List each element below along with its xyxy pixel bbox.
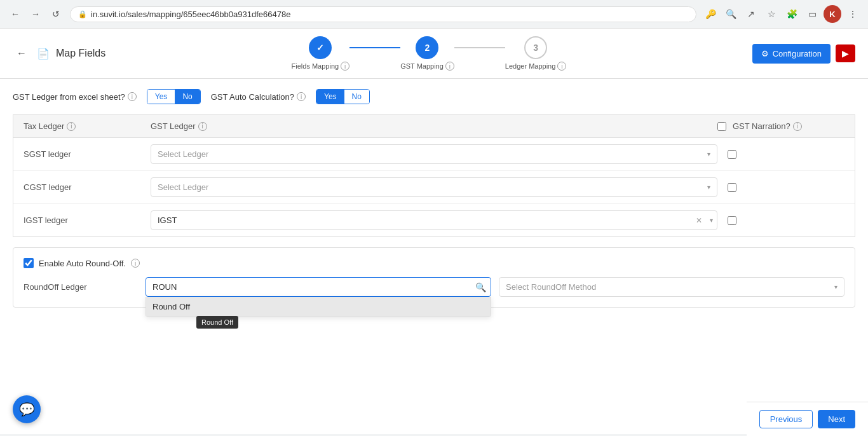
roundoff-ledger-input[interactable] [146,277,491,297]
gst-ledger-no-button[interactable]: No [175,90,200,104]
roundoff-section: Enable Auto Round-Off. i RoundOff Ledger… [13,247,855,308]
lock-icon: 🔒 [78,10,87,18]
profile-button[interactable]: K [824,5,841,23]
roundoff-method-placeholder: Select RoundOff Method [506,282,596,292]
youtube-button[interactable]: ▶ [836,44,855,62]
gst-auto-calc-label: GST Auto Calculation? i [211,92,306,102]
step-2: 2 GST Mapping i [400,36,454,71]
table-row: SGST ledger Select Ledger ▾ [13,138,855,171]
igst-ledger-select[interactable]: IGST ✕ ▾ [151,210,717,230]
table-header: Tax Ledger i GST Ledger i GST Narration?… [13,114,855,137]
col-gst-ledger: GST Ledger i [151,121,717,131]
gst-auto-calc-info-icon[interactable]: i [297,92,306,101]
previous-button[interactable]: Previous [759,410,813,428]
forward-nav-button[interactable]: → [27,5,44,23]
gst-ledger-info-icon[interactable]: i [128,92,137,101]
sgst-narration-checkbox[interactable] [728,150,736,159]
url-text: in.suvit.io/sales/mapping/655eec46bb0a93… [91,10,290,19]
footer: Previous Next [747,402,868,434]
step-2-label: GST Mapping i [400,62,454,71]
sgst-ledger-select[interactable]: Select Ledger ▾ [151,144,717,164]
sgst-placeholder: Select Ledger [158,149,208,159]
step-1-label: Fields Mapping i [292,62,350,71]
next-button[interactable]: Next [818,410,855,428]
configuration-button[interactable]: ⚙ Configuration [752,44,831,64]
roundoff-method-select[interactable]: Select RoundOff Method ▾ [499,277,844,297]
cast-button[interactable]: ▭ [803,5,821,23]
roundoff-header: Enable Auto Round-Off. i [24,258,844,268]
step-3-label: Ledger Mapping i [505,62,567,71]
igst-clear-button[interactable]: ✕ [692,216,706,225]
igst-label: IGST ledger [24,215,151,225]
header-left: ← 📄 Map Fields [13,44,105,62]
browser-nav: ← → ↺ [6,5,65,23]
roundoff-method-wrapper: Select RoundOff Method ▾ [499,277,844,297]
roundoff-method-arrow-icon: ▾ [834,283,837,290]
gst-auto-calc-yes-button[interactable]: Yes [316,90,344,104]
cgst-dropdown-arrow-icon: ▾ [707,184,710,191]
table-row: IGST ledger IGST ✕ ▾ [13,204,855,236]
cgst-gst-cell: Select Ledger ▾ [151,177,717,197]
reload-button[interactable]: ↺ [47,5,65,23]
roundoff-info-icon[interactable]: i [131,259,140,268]
share-button[interactable]: ↗ [742,5,760,23]
igst-dropdown-arrow-icon[interactable]: ▾ [706,217,717,224]
address-bar[interactable]: 🔒 in.suvit.io/sales/mapping/655eec46bb0a… [70,6,696,22]
cgst-label: CGST ledger [24,182,151,192]
page-back-button[interactable]: ← [13,44,31,62]
header-right: ⚙ Configuration ▶ [752,44,855,64]
app-container: ← 📄 Map Fields ✓ Fields Mapping i 2 GST … [0,29,868,434]
stepper: ✓ Fields Mapping i 2 GST Mapping i 3 Led… [292,36,567,71]
cgst-narration-cell [717,183,844,192]
gst-ledger-toggle-group: Yes No [147,89,201,104]
narration-info-icon[interactable]: i [793,122,802,131]
roundoff-dropdown-item[interactable]: Round Off [146,297,491,317]
back-nav-button[interactable]: ← [6,5,24,23]
step-connector-2 [454,47,505,48]
gst-ledger-yes-button[interactable]: Yes [147,90,175,104]
roundoff-field-label: RoundOff Ledger [24,277,138,292]
extensions-button[interactable]: 🔑 [702,5,719,23]
cgst-ledger-select[interactable]: Select Ledger ▾ [151,177,717,197]
gst-ledger-col-info-icon[interactable]: i [198,122,207,131]
extensions2-button[interactable]: 🧩 [783,5,801,23]
gst-ledger-label: GST Ledger from excel sheet? i [13,92,137,102]
step-3-info-icon[interactable]: i [557,62,566,71]
browser-chrome: ← → ↺ 🔒 in.suvit.io/sales/mapping/655eec… [0,0,868,29]
tax-ledger-info-icon[interactable]: i [67,122,76,131]
search-icon: 🔍 [475,282,486,292]
chat-widget[interactable]: 💬 [13,395,41,423]
bookmark-button[interactable]: ☆ [763,5,780,23]
roundoff-fields: RoundOff Ledger 🔍 Round Off Round Off Se… [24,277,844,297]
step-3-circle: 3 [524,36,547,59]
page-icon: 📄 [37,48,50,60]
cgst-select-wrapper: Select Ledger ▾ [151,177,717,197]
gst-auto-calc-toggle-group: Yes No [316,89,370,104]
step-1-info-icon[interactable]: i [341,62,349,71]
step-1-circle: ✓ [309,36,332,59]
content-area: GST Ledger from excel sheet? i Yes No GS… [0,79,868,318]
gst-auto-calc-no-button[interactable]: No [344,90,369,104]
step-2-info-icon[interactable]: i [445,62,454,71]
igst-narration-checkbox[interactable] [728,216,736,225]
igst-narration-cell [717,216,844,225]
search-browser-button[interactable]: 🔍 [722,5,740,23]
table-row: CGST ledger Select Ledger ▾ [13,171,855,204]
roundoff-title: Enable Auto Round-Off. [39,259,126,268]
sgst-label: SGST ledger [24,149,151,159]
narration-header-checkbox[interactable] [717,122,726,131]
page-title: Map Fields [56,48,105,59]
app-header: ← 📄 Map Fields ✓ Fields Mapping i 2 GST … [0,29,868,79]
roundoff-checkbox[interactable] [24,258,34,268]
cgst-narration-checkbox[interactable] [728,183,736,192]
roundoff-dropdown-list: Round Off [146,297,491,317]
igst-value: IGST [151,211,692,229]
menu-button[interactable]: ⋮ [844,5,862,23]
config-icon: ⚙ [761,49,769,58]
browser-actions: 🔑 🔍 ↗ ☆ 🧩 ▭ K ⋮ [702,5,862,23]
step-1: ✓ Fields Mapping i [292,36,350,71]
sgst-dropdown-arrow-icon: ▾ [707,151,710,158]
sgst-gst-cell: Select Ledger ▾ [151,144,717,164]
col-tax-ledger: Tax Ledger i [24,121,151,131]
col-gst-narration: GST Narration? i [717,121,844,131]
